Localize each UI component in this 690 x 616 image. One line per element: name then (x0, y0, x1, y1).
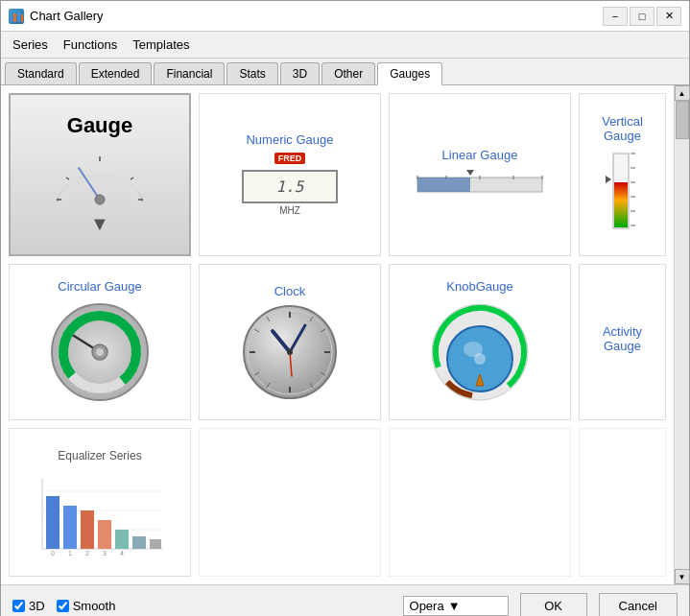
svg-rect-66 (81, 510, 94, 549)
minimize-button[interactable]: − (603, 7, 628, 26)
tab-standard[interactable]: Standard (5, 62, 77, 84)
svg-point-33 (96, 348, 104, 356)
svg-rect-65 (63, 506, 77, 549)
chart-cell-linear[interactable]: Linear Gauge (389, 93, 571, 256)
empty-cell-1 (199, 428, 381, 577)
chart-cell-activity[interactable]: Activity Gauge (579, 264, 666, 421)
equalizer-image: 0 1 2 3 4 (33, 474, 167, 556)
menu-item-series[interactable]: Series (5, 34, 56, 56)
gauge-image (42, 144, 157, 211)
svg-point-5 (95, 195, 105, 204)
svg-rect-1 (13, 13, 16, 22)
linear-gauge-title: Linear Gauge (442, 148, 518, 162)
svg-rect-17 (417, 178, 470, 192)
circular-gauge-image (47, 299, 153, 405)
tab-other[interactable]: Other (321, 62, 375, 84)
checkbox-3d-label[interactable]: 3D (12, 599, 45, 613)
close-button[interactable]: ✕ (656, 7, 681, 26)
numeric-gauge-title: Numeric Gauge (246, 132, 333, 147)
window-title: Chart Gallery (30, 9, 603, 23)
svg-rect-70 (150, 539, 161, 549)
ok-button[interactable]: OK (520, 593, 587, 616)
svg-rect-0 (10, 16, 12, 22)
knob-gauge-title: KnobGauge (446, 279, 512, 294)
linear-gauge-image (413, 168, 547, 201)
svg-marker-27 (606, 176, 611, 183)
title-bar: Chart Gallery − □ ✕ (1, 1, 689, 32)
tab-stats[interactable]: Stats (226, 62, 277, 84)
chart-cell-knob[interactable]: KnobGauge (389, 264, 571, 421)
svg-text:4: 4 (120, 550, 124, 556)
svg-line-9 (131, 178, 133, 179)
svg-rect-67 (98, 520, 111, 549)
menu-item-functions[interactable]: Functions (56, 34, 125, 56)
checkbox-smooth-label[interactable]: Smooth (57, 599, 116, 613)
circular-gauge-title: Circular Gauge (58, 279, 141, 294)
title-bar-buttons: − □ ✕ (603, 7, 681, 26)
tab-financial[interactable]: Financial (154, 62, 225, 84)
chart-cell-numeric[interactable]: Numeric Gauge FRED 1.5 MHZ (199, 93, 381, 256)
menu-bar: Series Functions Templates (1, 32, 689, 59)
vertical-gauge-image (604, 149, 642, 235)
window-icon (9, 9, 24, 24)
chart-cell-vertical[interactable]: Vertical Gauge (579, 93, 666, 256)
svg-point-58 (474, 353, 486, 365)
knob-gauge-image (427, 299, 533, 405)
footer: 3D Smooth Opera ▼ OK Cancel (1, 584, 689, 616)
menu-item-templates[interactable]: Templates (125, 34, 197, 56)
gauge-arrow: ▼ (90, 213, 109, 235)
numeric-unit: MHZ (279, 205, 300, 216)
empty-cell-2 (389, 428, 571, 577)
checkbox-3d[interactable] (12, 600, 25, 612)
dropdown-arrow-icon: ▼ (448, 599, 461, 613)
svg-text:3: 3 (103, 550, 107, 556)
vertical-gauge-title: Vertical Gauge (587, 114, 657, 143)
clock-title: Clock (274, 284, 306, 298)
tab-extended[interactable]: Extended (79, 62, 153, 84)
numeric-value: 1.5 (253, 178, 326, 196)
clock-image (242, 304, 338, 400)
svg-rect-68 (115, 530, 129, 549)
numeric-gauge-image: FRED 1.5 MHZ (242, 153, 338, 216)
theme-select[interactable]: Opera ▼ (403, 596, 509, 616)
svg-text:1: 1 (68, 550, 72, 556)
scroll-up-button[interactable]: ▲ (675, 85, 690, 101)
svg-rect-26 (614, 182, 628, 227)
scroll-down-button[interactable]: ▼ (675, 569, 690, 584)
fred-badge: FRED (274, 153, 306, 164)
scrollbar: ▲ ▼ (674, 85, 689, 584)
chart-grid: Gauge (1, 85, 674, 584)
chart-cell-clock[interactable]: Clock (199, 264, 381, 421)
checkbox-smooth[interactable] (57, 600, 69, 612)
maximize-button[interactable]: □ (630, 7, 654, 26)
checkbox-3d-text: 3D (29, 599, 45, 613)
chart-gallery-window: Chart Gallery − □ ✕ Series Functions Tem… (0, 0, 690, 616)
activity-gauge-title: Activity Gauge (587, 324, 657, 353)
equalizer-title: Equalizer Series (58, 449, 141, 462)
empty-cell-3 (579, 428, 666, 577)
chart-cell-equalizer[interactable]: Equalizer Series (9, 428, 191, 577)
checkbox-smooth-text: Smooth (73, 599, 116, 613)
tab-3d[interactable]: 3D (280, 62, 320, 84)
svg-rect-3 (21, 14, 23, 22)
svg-line-7 (66, 178, 69, 179)
svg-rect-2 (17, 12, 20, 22)
theme-value: Opera (410, 599, 444, 613)
tab-bar: Standard Extended Financial Stats 3D Oth… (1, 59, 689, 85)
scroll-thumb[interactable] (676, 101, 689, 139)
svg-rect-64 (46, 496, 59, 549)
svg-marker-18 (466, 170, 474, 176)
content-area: Gauge (1, 85, 689, 584)
numeric-gauge-display: 1.5 (242, 170, 338, 203)
svg-rect-69 (132, 536, 146, 549)
chart-cell-gauge[interactable]: Gauge (9, 93, 191, 256)
svg-text:2: 2 (85, 550, 89, 556)
cancel-button[interactable]: Cancel (599, 593, 678, 616)
tab-gauges[interactable]: Gauges (377, 62, 442, 85)
svg-point-51 (287, 349, 293, 355)
chart-cell-circular[interactable]: Circular Gauge (9, 264, 191, 421)
scroll-track[interactable] (676, 101, 689, 569)
svg-text:0: 0 (51, 550, 55, 556)
gauge-title: Gauge (67, 113, 132, 138)
